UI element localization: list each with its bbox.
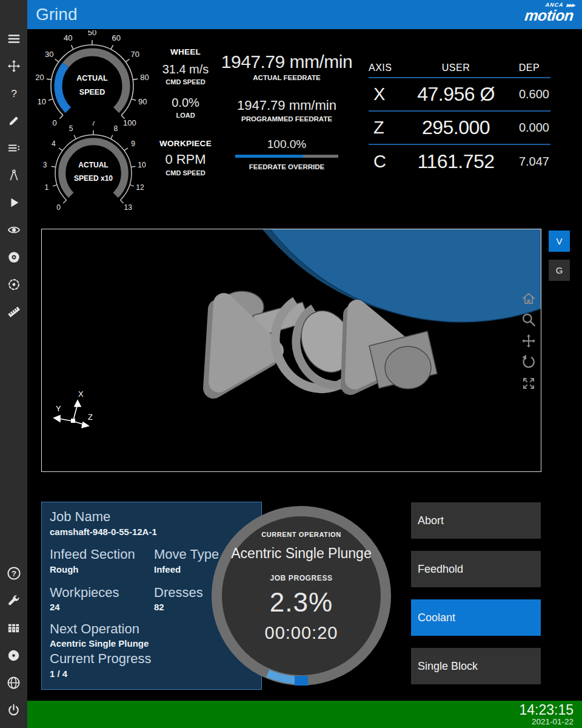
clock-date: 2021-01-22 [27,717,574,726]
workpiece-speed-gauge: 01345789101213 ACTUAL SPEED x10 [40,121,147,220]
toggle-view-g[interactable]: G [549,260,570,281]
svg-text:50: 50 [88,30,96,37]
workpieces-value: 24 [50,601,154,614]
svg-text:3: 3 [43,161,47,169]
gear-icon[interactable] [6,648,22,662]
coolant-button[interactable]: Coolant [411,599,541,636]
svg-text:X: X [78,389,84,399]
svg-text:20: 20 [35,73,44,82]
axis-table: AXIS USER DEP X 47.956 Ø 0.600 Z 295.000… [369,62,550,178]
axis-letter: Z [369,118,404,138]
wheel-cmd-speed-label: CMD SPEED [153,78,218,86]
wheel-panel: WHEEL 31.4 m/s CMD SPEED 0.0% LOAD WORKP… [153,47,218,177]
svg-text:40: 40 [64,33,72,42]
infeed-section-value: Rough [50,563,154,576]
target-icon[interactable] [6,277,22,292]
workpiece-cmd-speed-value: 0 RPM [153,152,218,167]
hamburger-menu-icon[interactable] [6,32,22,46]
job-elapsed-time: 00:00:20 [212,623,391,643]
single-block-button[interactable]: Single Block [411,648,541,684]
axis-user-value: 295.000 [404,116,508,139]
action-button-group: Abort Feedhold Coolant Single Block [411,502,541,696]
svg-text:5: 5 [69,124,73,133]
compass-icon[interactable] [6,168,22,183]
view-toggles: V G [549,231,570,281]
fullscreen-icon[interactable] [520,375,537,392]
workpiece-title: WORKPIECE [153,139,218,148]
svg-text:80: 80 [140,73,149,82]
dep-col-header: DEP [508,62,550,73]
archive-icon[interactable] [6,621,22,635]
play-icon[interactable] [6,195,22,210]
ruler-icon[interactable] [6,305,22,319]
page-title: Grind [36,5,77,24]
simulation-scene: X Y Z [42,229,541,472]
axis-dep-value: 0.000 [508,121,550,135]
svg-text:4: 4 [52,140,56,148]
axis-row-x: X 47.956 Ø 0.600 [369,78,550,112]
feedrate-override-label: FEEDRATE OVERRIDE [217,163,356,170]
wheel-title: WHEEL [153,47,218,56]
disc-icon[interactable] [6,250,22,265]
feedhold-button[interactable]: Feedhold [411,551,541,587]
sidebar-top-group: ? [6,32,22,319]
svg-text:70: 70 [131,50,139,59]
svg-text:90: 90 [138,97,147,106]
viewport-toolbar [520,290,537,392]
list-icon[interactable] [6,141,22,155]
svg-text:7: 7 [92,121,96,127]
svg-text:9: 9 [131,140,135,148]
globe-icon[interactable] [6,675,22,690]
feedrate-override-value: 100.0% [217,138,356,151]
pencil-icon[interactable] [6,113,22,128]
clock-time: 14:23:15 [27,703,574,717]
feedrate-panel: 1947.79 mm/min ACTUAL FEEDRATE 1947.79 m… [217,52,356,170]
rotate-icon[interactable] [520,354,537,371]
ring-text: CURRENT OPERATION Acentric Single Plunge… [212,506,391,643]
help-circle-icon[interactable]: ? [6,566,22,581]
workpieces-label: Workpieces [50,584,154,601]
svg-text:10: 10 [38,97,46,106]
feedrate-override-bar[interactable] [235,155,338,158]
abort-button[interactable]: Abort [411,502,541,539]
svg-text:1: 1 [45,183,49,192]
toggle-view-v[interactable]: V [549,231,570,252]
pan-icon[interactable] [520,332,537,349]
programmed-feedrate-label: PROGRAMMED FEEDRATE [217,115,356,123]
job-progress-ring: CURRENT OPERATION Acentric Single Plunge… [212,506,391,686]
move-arrows-icon[interactable] [6,59,22,73]
axis-dep-value: 7.047 [508,155,550,169]
feedrate-override-fill [235,155,303,158]
titlebar: Grind ANCA▶▶▶ motion [27,0,582,29]
simulation-viewport[interactable]: X Y Z [41,229,541,472]
wheel-load-value: 0.0% [153,96,218,110]
workpiece-cmd-speed-label: CMD SPEED [153,169,218,177]
eye-icon[interactable] [6,223,22,237]
anca-motion-logo: ANCA▶▶▶ motion [524,2,575,23]
axis-row-c: C 1161.752 7.047 [369,145,550,178]
axis-letter: C [369,152,404,172]
sidebar-bottom-group: ? [6,566,22,717]
wheel-cmd-speed-value: 31.4 m/s [153,62,218,76]
axis-dep-value: 0.600 [508,87,550,101]
axis-col-header: AXIS [369,62,404,73]
axis-user-value: 1161.752 [404,150,508,173]
sidebar: ? ? [0,0,27,728]
wheel-load-label: LOAD [153,112,218,119]
grinding-wheel [218,229,541,322]
axis-triad: X Y Z [54,389,93,428]
home-view-icon[interactable] [520,290,537,307]
svg-text:13: 13 [124,203,133,212]
power-icon[interactable] [6,703,22,717]
zoom-icon[interactable] [520,311,537,328]
question-mark-icon[interactable]: ? [6,86,22,101]
job-progress-label: JOB PROGRESS [212,574,391,582]
svg-text:30: 30 [45,50,53,59]
axis-user-value: 47.956 Ø [404,83,508,106]
user-col-header: USER [404,62,508,73]
svg-text:12: 12 [136,183,144,192]
axis-letter: X [369,84,404,104]
status-bar: 14:23:15 2021-01-22 [27,701,582,728]
wrench-icon[interactable] [6,593,22,608]
wheel-speed-gauge: 0102030405060708090100 ACTUAL SPEED [35,30,150,136]
